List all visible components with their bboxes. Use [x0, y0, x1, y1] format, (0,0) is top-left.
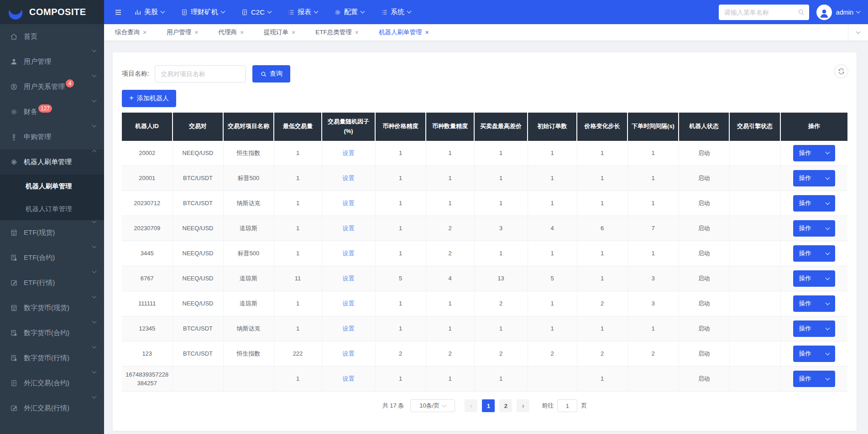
sidebar-item-9[interactable]: 数字货币(现货)	[0, 295, 104, 320]
cell-max_spread: 2	[474, 291, 528, 316]
menu-search-input[interactable]	[719, 5, 809, 20]
sidebar-item-4[interactable]: 申购管理	[0, 124, 104, 150]
sidebar-item-11[interactable]: 数字货币(行情)	[0, 346, 104, 371]
cell-id: 6767	[122, 266, 173, 291]
hamburger-icon[interactable]	[114, 8, 122, 16]
add-robot-button[interactable]: + 添加机器人	[122, 90, 176, 107]
settings-link[interactable]: 设置	[343, 350, 355, 357]
cell-id: 20001	[122, 166, 173, 191]
query-button[interactable]: 查询	[252, 65, 290, 83]
cell-max_spread: 2	[474, 341, 528, 367]
settings-link[interactable]: 设置	[343, 200, 355, 207]
sidebar-subitem-5-0[interactable]: 机器人刷单管理	[0, 175, 104, 197]
sidebar-item-2[interactable]: 用户关系管理4	[0, 74, 104, 99]
settings-link[interactable]: 设置	[343, 175, 355, 181]
tabs-dropdown-button[interactable]	[848, 24, 868, 41]
cell-project: 道琼斯	[223, 266, 274, 291]
top-nav-item-1[interactable]: 理财矿机	[181, 8, 225, 16]
cell-random_factor: 设置	[322, 266, 375, 291]
close-tab-icon[interactable]: ×	[292, 29, 295, 36]
page-button-2[interactable]: 2	[499, 399, 512, 412]
cell-pair: NEEQ/USD	[173, 266, 223, 291]
close-tab-icon[interactable]: ×	[143, 29, 146, 36]
goto-unit: 页	[581, 402, 587, 410]
action-button[interactable]: 操作	[793, 270, 835, 287]
top-nav-item-5[interactable]: 系统	[381, 8, 411, 16]
notification-badge: 127	[38, 104, 52, 113]
cell-init_orders: 1	[528, 166, 577, 191]
prev-page-button[interactable]: ‹	[465, 399, 477, 412]
cell-engine_status	[729, 291, 780, 316]
sidebar-item-3[interactable]: 财务127	[0, 99, 104, 124]
cell-project: 标普500	[223, 241, 274, 266]
page-button-1[interactable]: 1	[482, 399, 495, 412]
sidebar-item-13[interactable]: 外汇交易(行情)	[0, 396, 104, 421]
settings-link[interactable]: 设置	[343, 325, 355, 332]
top-nav-item-4[interactable]: 配置	[334, 8, 364, 16]
cell-robot_status: 启动	[679, 216, 729, 241]
goto-page-input[interactable]	[557, 399, 577, 412]
tab-label: ETF总类管理	[315, 28, 352, 36]
cell-init_orders: 1	[528, 316, 577, 341]
sidebar-item-1[interactable]: 用户管理	[0, 49, 104, 74]
cell-project: 恒生指数	[223, 141, 274, 166]
action-button[interactable]: 操作	[793, 320, 835, 337]
column-header-robot_status: 机器人状态	[679, 113, 729, 141]
action-button[interactable]: 操作	[793, 145, 835, 161]
brand-name: COMPOSITE	[29, 7, 86, 17]
top-nav-item-2[interactable]: C2C	[241, 8, 271, 16]
sidebar-item-8[interactable]: ETF(行情)	[0, 270, 104, 295]
tab-4[interactable]: ETF总类管理×	[315, 28, 359, 36]
user-menu[interactable]: admin	[816, 5, 860, 20]
sidebar-subitem-5-1[interactable]: 机器人订单管理	[0, 197, 104, 220]
cell-robot_status: 启动	[679, 291, 729, 316]
action-button[interactable]: 操作	[793, 295, 835, 312]
tab-3[interactable]: 提现订单×	[264, 28, 295, 36]
cell-engine_status	[729, 166, 780, 191]
top-nav-item-3[interactable]: 报表	[288, 8, 318, 16]
cell-pair: NEEQ/USD	[173, 241, 223, 266]
sidebar-item-0[interactable]: 首页	[0, 24, 104, 49]
sidebar-item-12[interactable]: 外汇交易(合约)	[0, 371, 104, 396]
tab-0[interactable]: 综合查询×	[115, 28, 146, 36]
action-button[interactable]: 操作	[793, 195, 835, 212]
sidebar-item-7[interactable]: ETF(合约)	[0, 245, 104, 270]
tab-5[interactable]: 机器人刷单管理×	[379, 28, 429, 36]
sidebar-item-6[interactable]: ETF(现货)	[0, 220, 104, 245]
action-button[interactable]: 操作	[793, 371, 835, 387]
sidebar-item-label: 用户关系管理	[24, 83, 65, 91]
cell-price_precision: 1	[375, 166, 426, 191]
action-button[interactable]: 操作	[793, 170, 835, 186]
refresh-button[interactable]	[834, 64, 848, 78]
action-button[interactable]: 操作	[793, 220, 835, 237]
settings-link[interactable]: 设置	[343, 275, 355, 282]
close-tab-icon[interactable]: ×	[194, 29, 198, 36]
close-tab-icon[interactable]: ×	[425, 29, 429, 36]
next-page-button[interactable]: ›	[517, 399, 529, 412]
project-name-input[interactable]	[155, 65, 246, 83]
close-tab-icon[interactable]: ×	[240, 29, 244, 36]
table-row-5: 6767NEEQ/USD道琼斯11设置5413513启动操作	[122, 266, 847, 291]
action-button[interactable]: 操作	[793, 245, 835, 262]
sidebar-item-5[interactable]: 机器人刷单管理	[0, 150, 104, 175]
page-size-select[interactable]: 10条/页	[410, 399, 455, 412]
settings-link[interactable]: 设置	[343, 375, 355, 382]
cell-min_volume: 1	[274, 367, 322, 392]
table-row-2: 20230712BTC/USDT纳斯达克1设置111111启动操作	[122, 191, 847, 216]
cell-qty_precision: 2	[426, 241, 474, 266]
settings-link[interactable]: 设置	[343, 225, 355, 232]
top-nav-item-0[interactable]: 美股	[134, 8, 164, 16]
close-tab-icon[interactable]: ×	[355, 29, 359, 36]
tab-2[interactable]: 代理商×	[218, 28, 244, 36]
action-button[interactable]: 操作	[793, 346, 835, 362]
cell-project	[223, 367, 274, 392]
sidebar-item-10[interactable]: 数字货币(合约)	[0, 320, 104, 346]
settings-link[interactable]: 设置	[343, 250, 355, 257]
cell-robot_status: 启动	[679, 166, 729, 191]
settings-link[interactable]: 设置	[343, 150, 355, 156]
cell-qty_precision: 1	[426, 191, 474, 216]
tab-1[interactable]: 用户管理×	[167, 28, 198, 36]
cell-init_orders: 2	[528, 341, 577, 367]
settings-link[interactable]: 设置	[343, 300, 355, 307]
cell-price_precision: 1	[375, 367, 426, 392]
